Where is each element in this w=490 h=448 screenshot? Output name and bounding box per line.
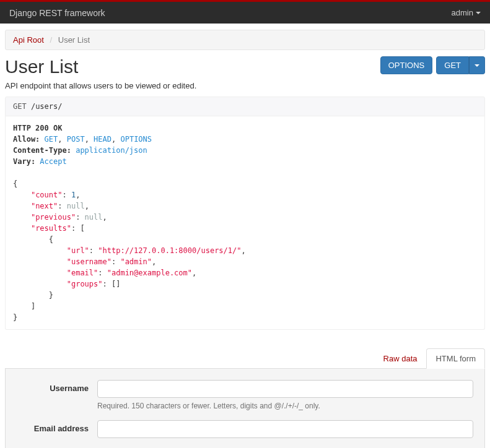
- allow-label: Allow:: [13, 135, 40, 144]
- email-input[interactable]: [97, 420, 473, 438]
- status-line: HTTP 200 OK: [13, 124, 62, 132]
- json-count: 1: [71, 191, 76, 199]
- page-description: API endpoint that allows users to be vie…: [5, 81, 485, 90]
- json-username: admin: [125, 257, 147, 266]
- user-menu-label: admin: [452, 8, 473, 17]
- navbar: Django REST framework admin: [0, 2, 490, 24]
- response-body: HTTP 200 OK Allow: GET, POST, HEAD, OPTI…: [5, 116, 485, 330]
- action-buttons: OPTIONS GET: [380, 56, 485, 74]
- content-type-label: Content-Type:: [13, 146, 71, 155]
- chevron-down-icon: [475, 64, 479, 67]
- allow-get: GET: [45, 135, 58, 144]
- get-button-group: GET: [436, 56, 485, 74]
- form-tabs: Raw data HTML form: [5, 348, 485, 369]
- json-email: admin@example.com: [112, 269, 188, 277]
- allow-head: HEAD: [94, 135, 112, 144]
- form-row-email: Email address: [17, 420, 473, 438]
- chevron-down-icon: [476, 12, 481, 14]
- request-line: GET /users/: [5, 97, 485, 116]
- username-help: Required. 150 characters or fewer. Lette…: [97, 402, 473, 410]
- user-menu[interactable]: admin: [452, 8, 481, 17]
- form-row-username: Username Required. 150 characters or few…: [17, 380, 473, 410]
- content-type-value: application/json: [76, 146, 147, 155]
- html-form-panel: Username Required. 150 characters or few…: [5, 369, 485, 448]
- tab-html-form[interactable]: HTML form: [426, 348, 485, 369]
- breadcrumb-divider: /: [50, 35, 53, 45]
- options-button[interactable]: OPTIONS: [380, 56, 433, 74]
- email-label: Email address: [17, 420, 97, 438]
- allow-post: POST: [67, 135, 85, 144]
- vary-value: Accept: [40, 157, 66, 166]
- page-header: User List OPTIONS GET: [5, 56, 485, 77]
- get-dropdown-toggle[interactable]: [469, 56, 485, 74]
- breadcrumb-current: User List: [58, 35, 90, 45]
- request-method: GET: [13, 102, 27, 111]
- breadcrumb-root-link[interactable]: Api Root: [13, 35, 44, 45]
- json-url[interactable]: http://127.0.0.1:8000/users/1/: [103, 246, 237, 255]
- tab-raw-data[interactable]: Raw data: [374, 348, 427, 369]
- breadcrumb: Api Root / User List: [5, 30, 485, 50]
- get-button[interactable]: GET: [436, 56, 469, 74]
- request-path: /users/: [31, 102, 63, 111]
- allow-options: OPTIONS: [120, 135, 152, 144]
- username-label: Username: [17, 380, 97, 410]
- brand-title[interactable]: Django REST framework: [9, 8, 105, 18]
- username-input[interactable]: [97, 380, 473, 398]
- vary-label: Vary:: [13, 157, 35, 166]
- page-title: User List: [5, 56, 78, 77]
